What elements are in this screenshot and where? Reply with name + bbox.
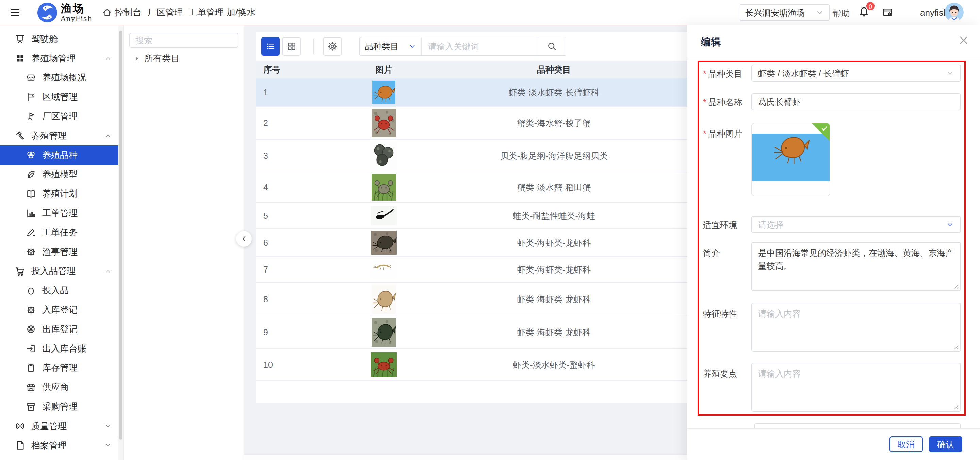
- sidebar-item-质量管理[interactable]: 质量管理: [0, 416, 118, 436]
- textarea-养殖要点[interactable]: 请输入内容: [751, 363, 961, 412]
- sidebar-item-label: 养殖管理: [31, 130, 67, 142]
- select-品种类目[interactable]: 虾类 / 淡水虾类 / 长臂虾: [751, 65, 961, 82]
- category-filter-value: 品种类目: [365, 41, 399, 52]
- top-nav-item-4[interactable]: 加/换水: [227, 0, 256, 24]
- form-row-适宜环境: 适宜环境请选择: [687, 216, 980, 233]
- sidebar-item-档案管理[interactable]: 档案管理: [0, 436, 118, 455]
- field-label-特征特性: 特征特性: [703, 308, 737, 319]
- confirm-button[interactable]: 确认: [929, 436, 962, 452]
- check-icon: [821, 125, 828, 132]
- cell-index: 6: [256, 238, 316, 248]
- sidebar-item-厂区管理[interactable]: 厂区管理: [0, 107, 118, 126]
- cancel-button[interactable]: 取消: [889, 436, 923, 452]
- chart-icon: [26, 208, 36, 219]
- cell-category: 虾类-海虾类-龙虾科: [452, 327, 656, 338]
- category-search-input[interactable]: [129, 33, 238, 48]
- sidebar-item-供应商[interactable]: 供应商: [0, 377, 118, 397]
- sidebar-item-养殖场概况[interactable]: 养殖场概况: [0, 68, 118, 88]
- top-nav-item-1[interactable]: 控制台: [102, 0, 142, 24]
- sidebar-scrollbar-thumb[interactable]: [119, 31, 123, 439]
- tree-node-label: 所有类目: [144, 53, 180, 64]
- chevron-down-icon: [815, 8, 824, 17]
- sidebar-item-投入品[interactable]: 投入品: [0, 281, 118, 300]
- cell-image: [316, 284, 452, 314]
- book-icon: [26, 189, 36, 199]
- sidebar-item-养殖模型[interactable]: 养殖模型: [0, 165, 118, 184]
- species-image-upload[interactable]: [751, 123, 830, 196]
- sidebar-item-区域管理[interactable]: 区域管理: [0, 87, 118, 107]
- column-settings-button[interactable]: [323, 37, 342, 56]
- grid-view-button[interactable]: [282, 37, 301, 56]
- sidebar-item-出入库台账[interactable]: 出入库台账: [0, 339, 118, 358]
- sidebar-item-label: 工单任务: [42, 227, 78, 238]
- chevron-up-icon: [104, 267, 111, 275]
- panel-collapse-button[interactable]: [236, 231, 252, 247]
- resize-handle-icon[interactable]: [953, 403, 959, 410]
- home-icon: [102, 7, 112, 18]
- sidebar-item-养殖场管理[interactable]: 养殖场管理: [0, 49, 118, 68]
- sidebar-item-养殖计划[interactable]: 养殖计划: [0, 184, 118, 203]
- chevron-down-icon: [946, 69, 954, 77]
- sidebar-item-label: 区域管理: [42, 91, 78, 103]
- category-filter-select[interactable]: 品种类目: [360, 37, 422, 55]
- sidebar-item-投入品管理[interactable]: 投入品管理: [0, 262, 118, 281]
- grid-icon: [15, 53, 25, 63]
- field-label-养殖要点: 养殖要点: [703, 368, 737, 379]
- form-row-特征特性: 特征特性请输入内容: [687, 303, 980, 351]
- top-nav-label: 工单管理: [189, 6, 224, 18]
- top-nav-item-3[interactable]: 工单管理: [189, 0, 224, 24]
- sidebar-item-驾驶舱[interactable]: 驾驶舱: [0, 29, 118, 49]
- sidebar-item-label: 质量管理: [31, 420, 67, 432]
- site-flag-icon: [26, 112, 36, 121]
- cell-image: [316, 81, 452, 104]
- help-link[interactable]: 帮助: [832, 8, 850, 19]
- select-适宜环境[interactable]: 请选择: [751, 216, 961, 233]
- top-nav-item-2[interactable]: 厂区管理: [148, 0, 183, 24]
- cell-index: 1: [256, 88, 316, 97]
- lobster-white-thumbnail-image: [372, 284, 396, 314]
- field-label-品种图片: *品种图片: [703, 128, 743, 139]
- sidebar-scrollbar[interactable]: [118, 25, 123, 460]
- tree-node-all-categories[interactable]: 所有类目: [134, 53, 180, 64]
- sidebar-item-入库登记[interactable]: 入库登记: [0, 300, 118, 319]
- sidebar-item-label: 渔事管理: [42, 246, 78, 258]
- hamburger-menu-icon[interactable]: [9, 8, 21, 17]
- textarea-简介[interactable]: 是中国沿海常见的经济虾类，在渤海、黄海、东海产量较高。: [751, 242, 961, 291]
- workbench-settings-icon[interactable]: [882, 7, 893, 18]
- sidebar-item-工单任务[interactable]: 工单任务: [0, 223, 118, 242]
- required-asterisk: *: [703, 69, 706, 78]
- search-button[interactable]: [538, 37, 566, 55]
- logo-title: 渔场: [60, 3, 92, 14]
- chevron-down-icon: [946, 220, 954, 228]
- cell-index: 2: [256, 118, 316, 128]
- farm-selector[interactable]: 长兴泗安塘渔场: [740, 4, 830, 21]
- sidebar-item-出库登记[interactable]: 出库登记: [0, 319, 118, 339]
- keyword-search-input[interactable]: [422, 37, 538, 55]
- drawer-footer: 取消 确认: [687, 428, 980, 460]
- required-asterisk: *: [703, 129, 706, 138]
- input-value: 葛氏长臂虾: [758, 96, 801, 108]
- sidebar-item-渔事管理[interactable]: 渔事管理: [0, 242, 118, 262]
- sidebar-item-工单管理[interactable]: 工单管理: [0, 203, 118, 223]
- form-row-养殖要点: 养殖要点请输入内容: [687, 363, 980, 412]
- sidebar-item-库存管理[interactable]: 库存管理: [0, 358, 118, 378]
- input-品种名称[interactable]: 葛氏长臂虾: [751, 93, 961, 110]
- sidebar-item-养殖管理[interactable]: 养殖管理: [0, 126, 118, 145]
- cell-image: [316, 231, 452, 254]
- hammer-icon: [15, 131, 25, 141]
- chevron-down-icon: [408, 42, 417, 50]
- resize-handle-icon[interactable]: [953, 283, 959, 289]
- sidebar: 驾驶舱养殖场管理养殖场概况区域管理厂区管理养殖管理养殖品种养殖模型养殖计划工单管…: [0, 25, 124, 460]
- textarea-value: 请输入内容: [758, 367, 801, 380]
- avatar[interactable]: [945, 3, 964, 22]
- farm-selector-value: 长兴泗安塘渔场: [745, 7, 805, 18]
- list-view-button[interactable]: [261, 37, 280, 56]
- chevron-up-icon: [104, 54, 111, 62]
- sidebar-item-采购管理[interactable]: 采购管理: [0, 397, 118, 416]
- resize-handle-icon[interactable]: [953, 343, 959, 350]
- textarea-特征特性[interactable]: 请输入内容: [751, 303, 961, 351]
- close-icon[interactable]: [958, 35, 969, 46]
- gear-icon: [26, 305, 36, 315]
- field-label-品种类目: *品种类目: [703, 68, 743, 79]
- sidebar-item-养殖品种[interactable]: 养殖品种: [0, 145, 123, 165]
